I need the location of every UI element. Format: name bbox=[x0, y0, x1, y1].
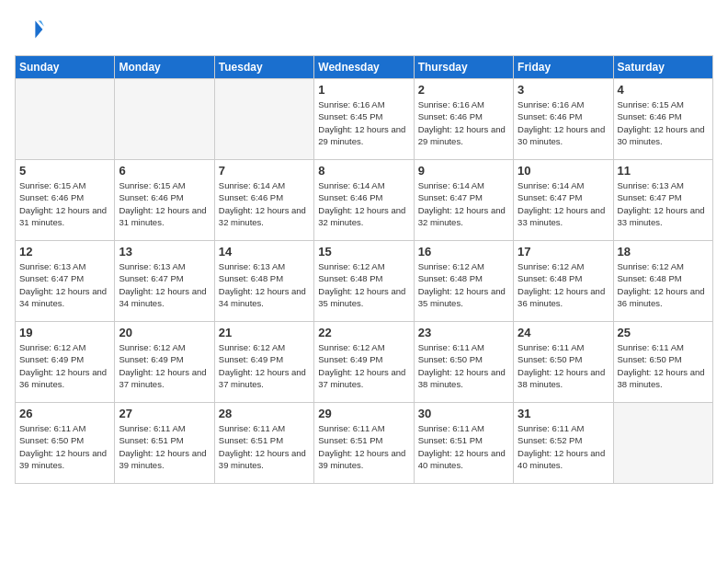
day-number: 28 bbox=[219, 407, 310, 420]
day-info: Sunrise: 6:14 AM Sunset: 6:46 PM Dayligh… bbox=[318, 179, 409, 228]
day-header-friday: Friday bbox=[514, 56, 613, 79]
day-info: Sunrise: 6:15 AM Sunset: 6:46 PM Dayligh… bbox=[618, 98, 709, 147]
day-info: Sunrise: 6:12 AM Sunset: 6:48 PM Dayligh… bbox=[318, 260, 409, 309]
day-number: 31 bbox=[518, 407, 609, 420]
day-info: Sunrise: 6:11 AM Sunset: 6:52 PM Dayligh… bbox=[518, 422, 609, 471]
day-cell: 17Sunrise: 6:12 AM Sunset: 6:48 PM Dayli… bbox=[514, 241, 613, 322]
day-info: Sunrise: 6:12 AM Sunset: 6:49 PM Dayligh… bbox=[119, 341, 210, 390]
day-number: 6 bbox=[119, 164, 210, 178]
day-number: 12 bbox=[19, 245, 110, 259]
day-cell: 16Sunrise: 6:12 AM Sunset: 6:48 PM Dayli… bbox=[414, 241, 513, 322]
days-header-row: SundayMondayTuesdayWednesdayThursdayFrid… bbox=[16, 56, 713, 79]
day-info: Sunrise: 6:13 AM Sunset: 6:47 PM Dayligh… bbox=[119, 260, 210, 309]
day-cell: 8Sunrise: 6:14 AM Sunset: 6:46 PM Daylig… bbox=[314, 160, 414, 241]
day-header-saturday: Saturday bbox=[613, 56, 712, 79]
day-cell: 6Sunrise: 6:15 AM Sunset: 6:46 PM Daylig… bbox=[115, 160, 214, 241]
day-cell: 1Sunrise: 6:16 AM Sunset: 6:45 PM Daylig… bbox=[314, 79, 414, 160]
day-cell: 11Sunrise: 6:13 AM Sunset: 6:47 PM Dayli… bbox=[613, 160, 712, 241]
day-cell: 13Sunrise: 6:13 AM Sunset: 6:47 PM Dayli… bbox=[115, 241, 214, 322]
day-info: Sunrise: 6:11 AM Sunset: 6:51 PM Dayligh… bbox=[418, 422, 509, 471]
day-info: Sunrise: 6:14 AM Sunset: 6:47 PM Dayligh… bbox=[418, 179, 509, 228]
week-row-2: 12Sunrise: 6:13 AM Sunset: 6:47 PM Dayli… bbox=[16, 241, 713, 322]
day-info: Sunrise: 6:12 AM Sunset: 6:49 PM Dayligh… bbox=[318, 341, 409, 390]
day-number: 19 bbox=[19, 326, 110, 339]
day-cell: 18Sunrise: 6:12 AM Sunset: 6:48 PM Dayli… bbox=[613, 241, 712, 322]
day-cell: 22Sunrise: 6:12 AM Sunset: 6:49 PM Dayli… bbox=[314, 322, 414, 403]
day-info: Sunrise: 6:11 AM Sunset: 6:51 PM Dayligh… bbox=[219, 422, 310, 471]
day-cell bbox=[613, 403, 712, 484]
day-info: Sunrise: 6:13 AM Sunset: 6:47 PM Dayligh… bbox=[19, 260, 110, 309]
day-info: Sunrise: 6:13 AM Sunset: 6:47 PM Dayligh… bbox=[618, 179, 709, 228]
day-info: Sunrise: 6:12 AM Sunset: 6:49 PM Dayligh… bbox=[19, 341, 110, 390]
day-cell: 20Sunrise: 6:12 AM Sunset: 6:49 PM Dayli… bbox=[115, 322, 214, 403]
header bbox=[15, 15, 713, 44]
day-cell: 9Sunrise: 6:14 AM Sunset: 6:47 PM Daylig… bbox=[414, 160, 513, 241]
day-cell bbox=[214, 79, 313, 160]
day-number: 23 bbox=[418, 326, 509, 339]
day-cell: 28Sunrise: 6:11 AM Sunset: 6:51 PM Dayli… bbox=[214, 403, 313, 484]
week-row-4: 26Sunrise: 6:11 AM Sunset: 6:50 PM Dayli… bbox=[16, 403, 713, 484]
day-info: Sunrise: 6:11 AM Sunset: 6:50 PM Dayligh… bbox=[518, 341, 609, 390]
day-cell: 31Sunrise: 6:11 AM Sunset: 6:52 PM Dayli… bbox=[514, 403, 613, 484]
day-number: 24 bbox=[518, 326, 609, 339]
day-info: Sunrise: 6:13 AM Sunset: 6:48 PM Dayligh… bbox=[219, 260, 310, 309]
logo bbox=[15, 15, 48, 44]
day-header-tuesday: Tuesday bbox=[214, 56, 313, 79]
day-cell bbox=[16, 79, 115, 160]
day-info: Sunrise: 6:12 AM Sunset: 6:49 PM Dayligh… bbox=[219, 341, 310, 390]
day-info: Sunrise: 6:16 AM Sunset: 6:46 PM Dayligh… bbox=[418, 98, 509, 147]
day-cell: 19Sunrise: 6:12 AM Sunset: 6:49 PM Dayli… bbox=[16, 322, 115, 403]
day-cell: 30Sunrise: 6:11 AM Sunset: 6:51 PM Dayli… bbox=[414, 403, 513, 484]
day-number: 7 bbox=[219, 164, 310, 178]
day-cell: 29Sunrise: 6:11 AM Sunset: 6:51 PM Dayli… bbox=[314, 403, 414, 484]
day-number: 3 bbox=[518, 83, 609, 97]
day-cell: 14Sunrise: 6:13 AM Sunset: 6:48 PM Dayli… bbox=[214, 241, 313, 322]
day-info: Sunrise: 6:11 AM Sunset: 6:51 PM Dayligh… bbox=[119, 422, 210, 471]
day-number: 16 bbox=[418, 245, 509, 259]
day-info: Sunrise: 6:12 AM Sunset: 6:48 PM Dayligh… bbox=[618, 260, 709, 309]
day-cell: 25Sunrise: 6:11 AM Sunset: 6:50 PM Dayli… bbox=[613, 322, 712, 403]
day-info: Sunrise: 6:16 AM Sunset: 6:46 PM Dayligh… bbox=[518, 98, 609, 147]
day-number: 13 bbox=[119, 245, 210, 259]
day-number: 11 bbox=[618, 164, 709, 178]
week-row-0: 1Sunrise: 6:16 AM Sunset: 6:45 PM Daylig… bbox=[16, 79, 713, 160]
day-number: 4 bbox=[618, 83, 709, 97]
day-number: 26 bbox=[19, 407, 110, 420]
day-number: 1 bbox=[318, 83, 409, 97]
day-header-wednesday: Wednesday bbox=[314, 56, 414, 79]
day-header-monday: Monday bbox=[115, 56, 214, 79]
day-info: Sunrise: 6:16 AM Sunset: 6:45 PM Dayligh… bbox=[318, 98, 409, 147]
day-number: 29 bbox=[318, 407, 409, 420]
day-cell bbox=[115, 79, 214, 160]
day-number: 25 bbox=[618, 326, 709, 339]
day-number: 5 bbox=[19, 164, 110, 178]
day-number: 22 bbox=[318, 326, 409, 339]
day-number: 2 bbox=[418, 83, 509, 97]
day-info: Sunrise: 6:11 AM Sunset: 6:50 PM Dayligh… bbox=[19, 422, 110, 471]
day-cell: 5Sunrise: 6:15 AM Sunset: 6:46 PM Daylig… bbox=[16, 160, 115, 241]
day-header-thursday: Thursday bbox=[414, 56, 513, 79]
day-number: 10 bbox=[518, 164, 609, 178]
day-info: Sunrise: 6:12 AM Sunset: 6:48 PM Dayligh… bbox=[518, 260, 609, 309]
day-info: Sunrise: 6:15 AM Sunset: 6:46 PM Dayligh… bbox=[19, 179, 110, 228]
day-cell: 21Sunrise: 6:12 AM Sunset: 6:49 PM Dayli… bbox=[214, 322, 313, 403]
day-number: 18 bbox=[618, 245, 709, 259]
day-info: Sunrise: 6:11 AM Sunset: 6:50 PM Dayligh… bbox=[618, 341, 709, 390]
day-number: 20 bbox=[119, 326, 210, 339]
day-number: 21 bbox=[219, 326, 310, 339]
day-cell: 12Sunrise: 6:13 AM Sunset: 6:47 PM Dayli… bbox=[16, 241, 115, 322]
day-cell: 26Sunrise: 6:11 AM Sunset: 6:50 PM Dayli… bbox=[16, 403, 115, 484]
day-number: 30 bbox=[418, 407, 509, 420]
day-number: 15 bbox=[318, 245, 409, 259]
day-number: 14 bbox=[219, 245, 310, 259]
day-header-sunday: Sunday bbox=[16, 56, 115, 79]
day-info: Sunrise: 6:14 AM Sunset: 6:47 PM Dayligh… bbox=[518, 179, 609, 228]
day-info: Sunrise: 6:14 AM Sunset: 6:46 PM Dayligh… bbox=[219, 179, 310, 228]
day-info: Sunrise: 6:11 AM Sunset: 6:50 PM Dayligh… bbox=[418, 341, 509, 390]
logo-icon bbox=[15, 15, 44, 44]
day-info: Sunrise: 6:15 AM Sunset: 6:46 PM Dayligh… bbox=[119, 179, 210, 228]
day-number: 27 bbox=[119, 407, 210, 420]
day-cell: 23Sunrise: 6:11 AM Sunset: 6:50 PM Dayli… bbox=[414, 322, 513, 403]
day-cell: 4Sunrise: 6:15 AM Sunset: 6:46 PM Daylig… bbox=[613, 79, 712, 160]
day-info: Sunrise: 6:12 AM Sunset: 6:48 PM Dayligh… bbox=[418, 260, 509, 309]
